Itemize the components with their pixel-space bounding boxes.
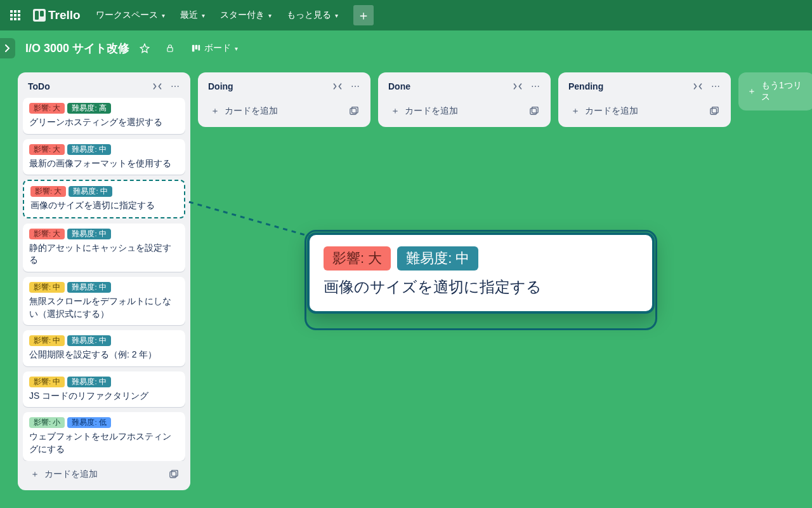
plus-icon: ＋ (747, 86, 756, 97)
card-label[interactable]: 影響: 中 (29, 377, 65, 387)
card-label[interactable]: 影響: 大 (29, 229, 65, 239)
nav-item-label: スター付き (220, 10, 265, 21)
add-card-label: カードを追加 (225, 105, 278, 117)
list-title[interactable]: Doing (208, 81, 233, 91)
nav-item[interactable]: もっと見る▾ (279, 6, 346, 25)
list-header: Doing⋯ (203, 79, 365, 98)
card-labels: 影響: 中難易度: 中 (29, 377, 179, 387)
svg-rect-5 (18, 14, 20, 17)
svg-rect-11 (40, 11, 44, 17)
card-label[interactable]: 難易度: 中 (67, 144, 110, 155)
drag-preview-title: 画像のサイズを適切に指定する (324, 277, 638, 297)
list-menu-icon[interactable]: ⋯ (349, 80, 362, 93)
list-menu-icon[interactable]: ⋯ (169, 80, 181, 93)
collapse-list-icon[interactable] (511, 80, 524, 93)
board-icon (192, 44, 200, 53)
add-card-button[interactable]: ＋カードを追加 (207, 103, 346, 119)
list-footer: ＋カードを追加 (563, 98, 726, 122)
card[interactable]: 影響: 大難易度: 中最新の画像フォーマットを使用する (23, 139, 185, 175)
svg-rect-4 (14, 14, 16, 17)
drag-preview-label: 影響: 大 (324, 246, 391, 271)
card-labels: 影響: 小難易度: 低 (29, 417, 179, 428)
card-title: 無限スクロールをデフォルトにしない（選択式にする） (29, 295, 179, 320)
nav-item[interactable]: ワークスペース▾ (88, 6, 173, 25)
board-view-switcher[interactable]: ボード ▾ (185, 39, 244, 58)
list-menu-icon[interactable]: ⋯ (709, 80, 722, 93)
collapse-list-icon[interactable] (691, 80, 704, 93)
card-title: 最新の画像フォーマットを使用する (29, 157, 179, 170)
create-button[interactable]: ＋ (353, 5, 374, 25)
svg-rect-16 (170, 471, 176, 478)
card-title: JS コードのリファクタリング (29, 390, 179, 403)
board-title[interactable]: I/O 3000 サイト改修 (25, 41, 129, 56)
list-cards: 影響: 大難易度: 高グリーンホスティングを選択する影響: 大難易度: 中最新の… (23, 98, 185, 461)
card-labels: 影響: 中難易度: 中 (29, 282, 179, 293)
card[interactable]: 影響: 大難易度: 高グリーンホスティングを選択する (23, 98, 185, 134)
card-template-button[interactable] (346, 104, 362, 119)
svg-rect-0 (10, 10, 13, 13)
list-title[interactable]: ToDo (28, 81, 50, 91)
drag-preview-card: 影響: 大難易度: 中 画像のサイズを適切に指定する (307, 232, 655, 314)
svg-rect-1 (14, 10, 16, 13)
card[interactable]: 影響: 中難易度: 中無限スクロールをデフォルトにしない（選択式にする） (23, 277, 185, 325)
trello-logo[interactable]: Trello (28, 8, 86, 22)
card-label[interactable]: 難易度: 中 (69, 186, 112, 197)
plus-icon: ＋ (30, 469, 39, 480)
card-label[interactable]: 難易度: 中 (67, 282, 110, 293)
collapse-list-icon[interactable] (151, 80, 164, 93)
card[interactable]: 影響: 中難易度: 中公開期限を設定する（例: 2 年） (23, 330, 185, 366)
card-labels: 影響: 大難易度: 中 (29, 144, 179, 155)
collapse-list-icon[interactable] (331, 80, 344, 93)
card[interactable]: 影響: 大難易度: 中静的アセットにキャッシュを設定する (23, 224, 185, 272)
list: Pending⋯＋カードを追加 (558, 72, 731, 127)
card-label[interactable]: 影響: 大 (30, 186, 66, 197)
card-title: ウェブフォントをセルフホスティングにする (29, 431, 179, 455)
card-title: 画像のサイズを適切に指定する (30, 199, 178, 212)
card-label[interactable]: 難易度: 低 (67, 417, 110, 428)
list-header: ToDo⋯ (23, 79, 185, 98)
sidebar-expand-button[interactable] (0, 38, 15, 58)
list-menu-icon[interactable]: ⋯ (529, 80, 542, 93)
add-list-button[interactable]: ＋もう1つリス (738, 72, 812, 110)
trello-logo-icon (33, 9, 46, 22)
chevron-down-icon: ▾ (268, 12, 272, 19)
chevron-down-icon: ▾ (202, 12, 205, 19)
card-template-button[interactable] (707, 104, 722, 119)
star-button[interactable] (134, 38, 155, 58)
list-title[interactable]: Done (388, 81, 410, 91)
card[interactable]: 影響: 小難易度: 低ウェブフォントをセルフホスティングにする (23, 412, 185, 460)
apps-switcher-icon[interactable] (5, 5, 25, 25)
card-template-button[interactable] (166, 467, 181, 482)
list-header: Done⋯ (383, 79, 546, 98)
list-footer: ＋カードを追加 (203, 98, 365, 122)
drag-preview-labels: 影響: 大難易度: 中 (324, 246, 638, 271)
card-label[interactable]: 難易度: 中 (67, 377, 110, 387)
card-placeholder[interactable]: 影響: 大難易度: 中画像のサイズを適切に指定する (23, 180, 185, 218)
card-label[interactable]: 影響: 大 (29, 144, 65, 155)
card-labels: 影響: 中難易度: 中 (29, 335, 179, 346)
card-label[interactable]: 影響: 中 (29, 335, 65, 346)
svg-rect-8 (18, 18, 20, 20)
add-card-label: カードを追加 (44, 469, 98, 480)
topbar: Trello ワークスペース▾最近▾スター付き▾もっと見る▾ ＋ (0, 0, 812, 30)
nav-item[interactable]: スター付き▾ (213, 6, 279, 25)
nav-item-label: ワークスペース (96, 10, 158, 21)
list: ToDo⋯影響: 大難易度: 高グリーンホスティングを選択する影響: 大難易度:… (18, 72, 190, 490)
svg-rect-3 (10, 14, 13, 17)
card-label[interactable]: 難易度: 高 (67, 103, 110, 114)
card-template-button[interactable] (527, 104, 542, 119)
card-label[interactable]: 影響: 小 (29, 417, 65, 428)
nav-item[interactable]: 最近▾ (173, 6, 213, 25)
card[interactable]: 影響: 中難易度: 中JS コードのリファクタリング (23, 371, 185, 408)
add-card-button[interactable]: ＋カードを追加 (387, 103, 527, 119)
add-card-button[interactable]: ＋カードを追加 (27, 466, 166, 483)
card-label[interactable]: 影響: 中 (29, 282, 65, 293)
card-label[interactable]: 難易度: 中 (67, 335, 110, 346)
card-label[interactable]: 影響: 大 (29, 103, 65, 114)
list-title[interactable]: Pending (568, 81, 603, 91)
svg-rect-13 (192, 45, 195, 52)
visibility-button[interactable] (160, 38, 180, 58)
card-label[interactable]: 難易度: 中 (67, 229, 110, 239)
svg-rect-7 (14, 18, 16, 20)
add-card-button[interactable]: ＋カードを追加 (567, 103, 707, 119)
